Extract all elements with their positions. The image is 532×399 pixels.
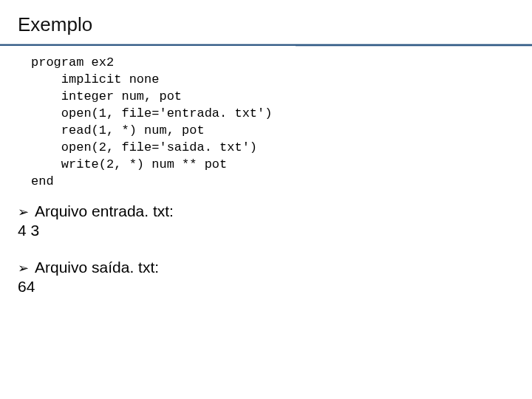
chevron-right-icon: ➢ — [18, 260, 29, 276]
chevron-right-icon: ➢ — [18, 204, 29, 220]
code-line: open(2, file='saida. txt') — [61, 140, 257, 154]
code-line: write(2, *) num ** pot — [61, 157, 227, 171]
bullet-text: Arquivo saída. txt: — [35, 259, 159, 276]
slide-title: Exemplo — [18, 13, 514, 36]
divider — [0, 44, 532, 46]
code-line: read(1, *) num, pot — [61, 123, 205, 137]
code-line: open(1, file='entrada. txt') — [61, 106, 273, 120]
entrada-content: 4 3 — [18, 222, 514, 239]
bullet-entrada: ➢ Arquivo entrada. txt: — [18, 202, 514, 220]
bullet-saida: ➢ Arquivo saída. txt: — [18, 259, 514, 276]
code-line: integer num, pot — [61, 89, 182, 103]
bullet-text: Arquivo entrada. txt: — [35, 202, 174, 220]
code-line: implicit none — [61, 72, 160, 86]
saida-content: 64 — [18, 278, 514, 296]
code-block: program ex2 implicit none integer num, p… — [31, 55, 514, 191]
code-line: end — [31, 174, 54, 188]
code-line: program ex2 — [31, 55, 114, 69]
